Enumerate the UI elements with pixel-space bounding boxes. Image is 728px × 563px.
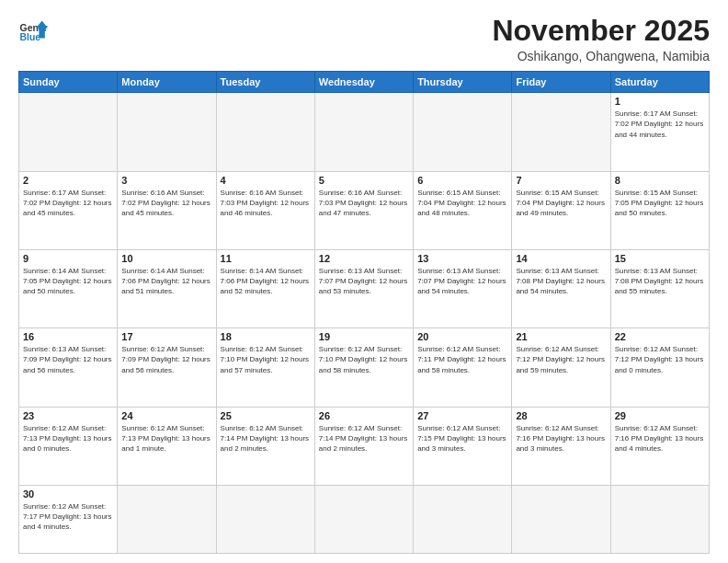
day-number: 13 <box>417 253 507 264</box>
day-number: 10 <box>121 253 211 264</box>
table-row: 8Sunrise: 6:15 AM Sunset: 7:05 PM Daylig… <box>610 171 709 249</box>
day-number: 7 <box>516 175 606 186</box>
table-row <box>414 93 512 171</box>
table-row <box>610 485 709 553</box>
table-row <box>118 485 216 553</box>
table-row <box>216 485 314 553</box>
day-info: Sunrise: 6:16 AM Sunset: 7:03 PM Dayligh… <box>319 188 409 219</box>
col-thursday: Thursday <box>414 72 512 93</box>
day-number: 11 <box>221 253 311 264</box>
day-info: Sunrise: 6:17 AM Sunset: 7:02 PM Dayligh… <box>23 188 113 219</box>
day-info: Sunrise: 6:15 AM Sunset: 7:04 PM Dayligh… <box>417 188 507 219</box>
day-number: 3 <box>121 175 211 186</box>
table-row: 27Sunrise: 6:12 AM Sunset: 7:15 PM Dayli… <box>414 407 512 485</box>
table-row: 2Sunrise: 6:17 AM Sunset: 7:02 PM Daylig… <box>19 171 118 249</box>
day-number: 18 <box>221 331 311 342</box>
day-info: Sunrise: 6:12 AM Sunset: 7:12 PM Dayligh… <box>516 344 606 375</box>
day-info: Sunrise: 6:12 AM Sunset: 7:11 PM Dayligh… <box>417 344 507 375</box>
table-row: 18Sunrise: 6:12 AM Sunset: 7:10 PM Dayli… <box>216 328 314 407</box>
day-info: Sunrise: 6:15 AM Sunset: 7:05 PM Dayligh… <box>615 188 705 219</box>
day-number: 9 <box>23 253 113 264</box>
day-info: Sunrise: 6:13 AM Sunset: 7:07 PM Dayligh… <box>417 266 507 297</box>
day-number: 28 <box>516 410 606 421</box>
day-info: Sunrise: 6:16 AM Sunset: 7:02 PM Dayligh… <box>121 188 211 219</box>
table-row <box>512 485 610 553</box>
table-row: 13Sunrise: 6:13 AM Sunset: 7:07 PM Dayli… <box>414 249 512 327</box>
svg-text:Blue: Blue <box>20 32 41 42</box>
day-info: Sunrise: 6:12 AM Sunset: 7:10 PM Dayligh… <box>319 344 409 375</box>
subtitle: Oshikango, Ohangwena, Namibia <box>492 49 710 63</box>
day-info: Sunrise: 6:12 AM Sunset: 7:14 PM Dayligh… <box>319 423 409 454</box>
day-number: 2 <box>23 175 113 186</box>
col-saturday: Saturday <box>610 72 709 93</box>
day-number: 6 <box>417 175 507 186</box>
table-row: 23Sunrise: 6:12 AM Sunset: 7:13 PM Dayli… <box>19 407 118 485</box>
day-info: Sunrise: 6:12 AM Sunset: 7:10 PM Dayligh… <box>221 344 311 375</box>
table-row: 29Sunrise: 6:12 AM Sunset: 7:16 PM Dayli… <box>610 407 709 485</box>
day-number: 29 <box>615 410 705 421</box>
day-info: Sunrise: 6:12 AM Sunset: 7:13 PM Dayligh… <box>23 423 113 454</box>
day-info: Sunrise: 6:12 AM Sunset: 7:15 PM Dayligh… <box>417 423 507 454</box>
table-row: 7Sunrise: 6:15 AM Sunset: 7:04 PM Daylig… <box>512 171 610 249</box>
day-info: Sunrise: 6:12 AM Sunset: 7:16 PM Dayligh… <box>516 423 606 454</box>
day-number: 12 <box>319 253 409 264</box>
table-row: 17Sunrise: 6:12 AM Sunset: 7:09 PM Dayli… <box>118 328 216 407</box>
table-row: 25Sunrise: 6:12 AM Sunset: 7:14 PM Dayli… <box>216 407 314 485</box>
table-row: 24Sunrise: 6:12 AM Sunset: 7:13 PM Dayli… <box>118 407 216 485</box>
day-number: 23 <box>23 410 113 421</box>
day-number: 15 <box>615 253 705 264</box>
logo-icon: General Blue <box>18 15 48 44</box>
table-row: 19Sunrise: 6:12 AM Sunset: 7:10 PM Dayli… <box>314 328 413 407</box>
table-row: 28Sunrise: 6:12 AM Sunset: 7:16 PM Dayli… <box>512 407 610 485</box>
day-number: 1 <box>615 96 705 107</box>
day-number: 4 <box>221 175 311 186</box>
table-row: 22Sunrise: 6:12 AM Sunset: 7:12 PM Dayli… <box>610 328 709 407</box>
table-row: 26Sunrise: 6:12 AM Sunset: 7:14 PM Dayli… <box>314 407 413 485</box>
table-row: 12Sunrise: 6:13 AM Sunset: 7:07 PM Dayli… <box>314 249 413 327</box>
table-row: 14Sunrise: 6:13 AM Sunset: 7:08 PM Dayli… <box>512 249 610 327</box>
day-number: 19 <box>319 331 409 342</box>
day-number: 5 <box>319 175 409 186</box>
day-info: Sunrise: 6:12 AM Sunset: 7:09 PM Dayligh… <box>121 344 211 375</box>
day-info: Sunrise: 6:13 AM Sunset: 7:08 PM Dayligh… <box>615 266 705 297</box>
month-title: November 2025 <box>492 15 710 47</box>
day-number: 30 <box>23 488 113 500</box>
table-row <box>118 93 216 171</box>
table-row: 5Sunrise: 6:16 AM Sunset: 7:03 PM Daylig… <box>314 171 413 249</box>
day-number: 24 <box>121 410 211 421</box>
calendar-header-row: Sunday Monday Tuesday Wednesday Thursday… <box>19 72 710 93</box>
day-info: Sunrise: 6:13 AM Sunset: 7:09 PM Dayligh… <box>23 344 113 375</box>
table-row: 4Sunrise: 6:16 AM Sunset: 7:03 PM Daylig… <box>216 171 314 249</box>
logo: General Blue <box>18 15 48 44</box>
table-row: 3Sunrise: 6:16 AM Sunset: 7:02 PM Daylig… <box>118 171 216 249</box>
day-info: Sunrise: 6:14 AM Sunset: 7:06 PM Dayligh… <box>121 266 211 297</box>
col-friday: Friday <box>512 72 610 93</box>
day-info: Sunrise: 6:14 AM Sunset: 7:05 PM Dayligh… <box>23 266 113 297</box>
table-row: 10Sunrise: 6:14 AM Sunset: 7:06 PM Dayli… <box>118 249 216 327</box>
table-row <box>314 93 413 171</box>
table-row <box>414 485 512 553</box>
title-block: November 2025 Oshikango, Ohangwena, Nami… <box>492 15 710 63</box>
table-row <box>216 93 314 171</box>
col-sunday: Sunday <box>19 72 118 93</box>
day-number: 20 <box>417 331 507 342</box>
table-row: 30Sunrise: 6:12 AM Sunset: 7:17 PM Dayli… <box>19 485 118 553</box>
day-info: Sunrise: 6:17 AM Sunset: 7:02 PM Dayligh… <box>615 109 705 140</box>
table-row: 15Sunrise: 6:13 AM Sunset: 7:08 PM Dayli… <box>610 249 709 327</box>
day-number: 16 <box>23 331 113 342</box>
table-row <box>314 485 413 553</box>
day-number: 22 <box>615 331 705 342</box>
day-info: Sunrise: 6:12 AM Sunset: 7:12 PM Dayligh… <box>615 344 705 375</box>
day-info: Sunrise: 6:14 AM Sunset: 7:06 PM Dayligh… <box>221 266 311 297</box>
day-info: Sunrise: 6:13 AM Sunset: 7:08 PM Dayligh… <box>516 266 606 297</box>
page: General Blue November 2025 Oshikango, Oh… <box>0 0 728 563</box>
day-info: Sunrise: 6:13 AM Sunset: 7:07 PM Dayligh… <box>319 266 409 297</box>
table-row <box>512 93 610 171</box>
day-info: Sunrise: 6:16 AM Sunset: 7:03 PM Dayligh… <box>221 188 311 219</box>
day-number: 25 <box>221 410 311 421</box>
col-wednesday: Wednesday <box>314 72 413 93</box>
day-info: Sunrise: 6:12 AM Sunset: 7:16 PM Dayligh… <box>615 423 705 454</box>
day-info: Sunrise: 6:12 AM Sunset: 7:17 PM Dayligh… <box>23 501 113 533</box>
col-tuesday: Tuesday <box>216 72 314 93</box>
table-row <box>19 93 118 171</box>
